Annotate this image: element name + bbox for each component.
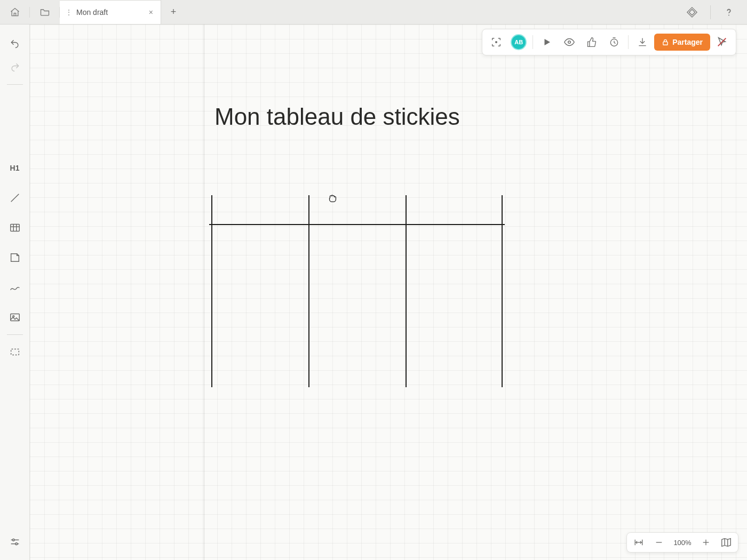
line-tool[interactable] bbox=[4, 187, 26, 209]
redo-button[interactable] bbox=[4, 57, 26, 78]
home-button[interactable] bbox=[0, 7, 30, 18]
fit-width-button[interactable] bbox=[631, 535, 646, 550]
svg-rect-8 bbox=[11, 349, 19, 355]
svg-line-1 bbox=[11, 194, 19, 202]
canvas-table[interactable] bbox=[211, 195, 503, 387]
settings-sliders-button[interactable] bbox=[4, 531, 26, 553]
zoom-bar: 100% bbox=[626, 532, 738, 553]
tab-close-icon[interactable]: × bbox=[149, 8, 153, 17]
image-tool[interactable] bbox=[4, 307, 26, 328]
zoom-in-button[interactable] bbox=[698, 535, 713, 550]
share-label: Partager bbox=[672, 38, 703, 46]
visibility-button[interactable] bbox=[559, 31, 580, 53]
screenshot-button[interactable] bbox=[486, 31, 507, 53]
canvas-heading[interactable]: Mon tableau de stickies bbox=[214, 103, 460, 130]
new-tab-button[interactable]: + bbox=[161, 0, 186, 24]
canvas[interactable]: AB bbox=[30, 25, 747, 560]
heading-tool[interactable]: H1 bbox=[4, 157, 26, 179]
folder-button[interactable] bbox=[30, 7, 60, 18]
svg-point-12 bbox=[15, 543, 17, 545]
like-button[interactable] bbox=[581, 31, 602, 53]
top-tab-bar: ⋮ Mon draft × + bbox=[0, 0, 747, 25]
svg-rect-2 bbox=[10, 225, 19, 231]
svg-point-0 bbox=[728, 14, 729, 15]
help-button[interactable] bbox=[718, 2, 740, 23]
toolbar-divider bbox=[7, 334, 23, 335]
freehand-tool[interactable] bbox=[4, 277, 26, 298]
zoom-out-button[interactable] bbox=[651, 535, 666, 550]
selection-tool[interactable] bbox=[4, 341, 26, 363]
timer-button[interactable] bbox=[603, 31, 625, 53]
separator bbox=[533, 35, 533, 49]
minimap-button[interactable] bbox=[719, 535, 734, 550]
left-toolbar: H1 bbox=[0, 25, 30, 560]
separator bbox=[710, 5, 711, 19]
svg-rect-16 bbox=[663, 42, 667, 45]
separator bbox=[628, 35, 629, 49]
share-button[interactable]: Partager bbox=[654, 34, 710, 51]
main-area: H1 bbox=[0, 25, 747, 560]
sticky-tool[interactable] bbox=[4, 247, 26, 268]
tab-drag-icon: ⋮ bbox=[65, 8, 71, 17]
pointer-disabled-button[interactable] bbox=[711, 31, 733, 53]
svg-point-13 bbox=[495, 41, 497, 43]
toolbar-divider bbox=[7, 84, 23, 85]
floating-toolbar: AB bbox=[482, 29, 736, 55]
diamond-icon[interactable] bbox=[681, 2, 703, 23]
svg-point-14 bbox=[568, 41, 571, 44]
present-button[interactable] bbox=[536, 31, 558, 53]
zoom-level[interactable]: 100% bbox=[672, 539, 693, 547]
tab-current[interactable]: ⋮ Mon draft × bbox=[60, 0, 161, 24]
table-tool[interactable] bbox=[4, 217, 26, 238]
undo-button[interactable] bbox=[4, 33, 26, 54]
download-button[interactable] bbox=[632, 31, 653, 53]
user-avatar[interactable]: AB bbox=[508, 31, 529, 53]
svg-point-10 bbox=[12, 539, 14, 541]
lock-icon bbox=[662, 38, 669, 46]
tab-title: Mon draft bbox=[76, 8, 144, 17]
